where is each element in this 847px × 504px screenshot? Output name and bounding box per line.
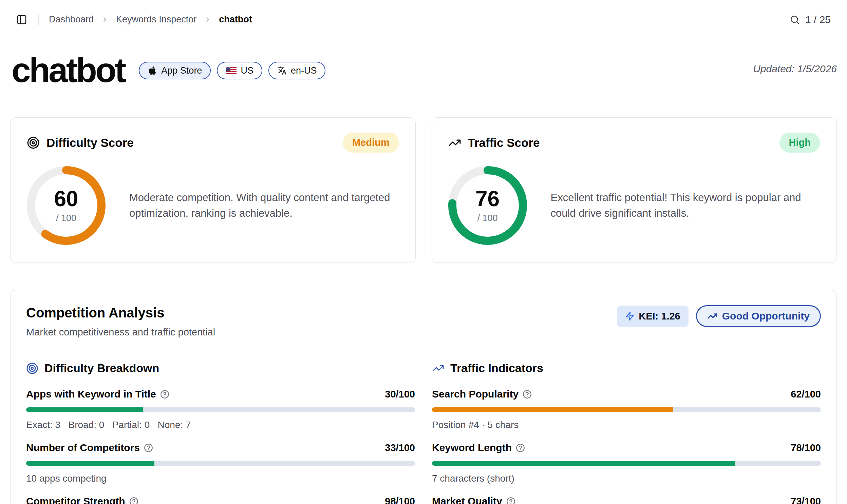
difficulty-level-badge: Medium (343, 132, 399, 152)
trending-up-icon (432, 362, 444, 375)
apple-icon (147, 66, 157, 75)
metric-value: 62/100 (791, 389, 821, 400)
score-denominator: / 100 (56, 213, 76, 223)
kei-label: KEI: 1.26 (639, 311, 681, 322)
pager-counter: 1 / 25 (805, 14, 831, 25)
progress-bar (26, 461, 415, 466)
store-badge-label: App Store (161, 66, 202, 76)
difficulty-breakdown-column: Difficulty Breakdown Apps with Keyword i… (26, 362, 415, 504)
section-subtitle: Market competitiveness and traffic poten… (26, 327, 215, 338)
panel-left-icon (16, 14, 27, 25)
search-icon[interactable] (790, 15, 800, 25)
opportunity-badge[interactable]: Good Opportunity (696, 305, 821, 327)
breadcrumb-current-keyword: chatbot (219, 14, 252, 25)
sidebar-toggle-button[interactable] (16, 14, 28, 25)
metric-label: Market Quality (432, 496, 502, 504)
score-cards-row: Difficulty Score Medium 60 / 100 Moderat… (10, 118, 837, 263)
metric-label: Competitor Strength (26, 496, 125, 504)
us-flag-icon (226, 67, 236, 74)
difficulty-score-card: Difficulty Score Medium 60 / 100 Moderat… (10, 118, 416, 263)
metric-number-of-competitors: Number of Competitors 33/100 10 apps com… (26, 442, 415, 484)
metric-value: 73/100 (791, 496, 821, 504)
help-circle-icon[interactable] (129, 497, 139, 504)
opportunity-label: Good Opportunity (722, 310, 810, 322)
country-badge[interactable]: US (217, 62, 262, 79)
traffic-description: Excellent traffic potential! This keywor… (551, 190, 819, 221)
target-icon (27, 136, 40, 149)
metric-market-quality: Market Quality 73/100 (432, 496, 821, 504)
store-badge[interactable]: App Store (139, 62, 211, 79)
trending-up-icon (707, 311, 717, 321)
target-icon (26, 362, 38, 375)
metric-competitor-strength: Competitor Strength 98/100 (26, 496, 415, 504)
zap-icon (625, 311, 635, 321)
column-title: Traffic Indicators (450, 362, 543, 375)
breadcrumb-dashboard[interactable]: Dashboard (49, 14, 94, 25)
progress-bar (26, 407, 415, 412)
metric-subtext: Exact: 3 Broad: 0 Partial: 0 None: 7 (26, 419, 415, 430)
metric-label: Keyword Length (432, 442, 512, 453)
score-denominator: / 100 (477, 213, 497, 223)
help-circle-icon[interactable] (523, 390, 532, 399)
metric-label: Search Popularity (432, 388, 518, 400)
traffic-level-badge: High (779, 132, 820, 152)
metric-value: 98/100 (385, 496, 415, 504)
breadcrumb-keywords-inspector[interactable]: Keywords Inspector (116, 14, 196, 25)
country-badge-label: US (241, 66, 253, 76)
metric-search-popularity: Search Popularity 62/100 Position #4 · 5… (432, 388, 821, 430)
metric-label: Apps with Keyword in Title (26, 388, 156, 400)
metric-apps-with-keyword: Apps with Keyword in Title 30/100 Exact:… (26, 388, 415, 430)
chevron-right-icon (101, 16, 109, 23)
metric-label: Number of Competitors (26, 442, 140, 453)
help-circle-icon[interactable] (506, 497, 515, 504)
difficulty-description: Moderate competition. With quality conte… (129, 190, 398, 221)
kei-badge: KEI: 1.26 (617, 306, 689, 327)
language-badge-label: en-US (291, 66, 317, 76)
card-title: Traffic Score (468, 136, 540, 149)
help-circle-icon[interactable] (516, 443, 525, 452)
progress-bar (432, 407, 821, 412)
traffic-score-value: 76 (475, 188, 499, 210)
traffic-indicators-column: Traffic Indicators Search Popularity 62/… (432, 362, 821, 504)
divider (38, 15, 39, 25)
card-title: Difficulty Score (47, 136, 134, 149)
metric-value: 30/100 (385, 389, 415, 400)
page-title: chatbot (12, 53, 125, 88)
keyword-pager: 1 / 25 (790, 14, 831, 25)
updated-timestamp: Updated: 1/5/2026 (753, 63, 837, 75)
metric-value: 78/100 (791, 442, 821, 453)
language-badge[interactable]: en-US (268, 62, 326, 79)
keyword-badge-strip: App Store US en-US (139, 62, 325, 79)
translate-icon (277, 66, 287, 75)
column-title: Difficulty Breakdown (45, 362, 159, 375)
metric-value: 33/100 (385, 442, 415, 453)
difficulty-score-value: 60 (54, 188, 78, 210)
keyword-header: chatbot App Store US en-US Updated: 1/5/… (10, 53, 837, 88)
chevron-right-icon (204, 16, 211, 23)
section-title: Competition Analysis (26, 305, 215, 321)
breadcrumb: Dashboard Keywords Inspector chatbot (49, 14, 252, 25)
trending-up-icon (448, 136, 461, 149)
traffic-gauge: 76 / 100 (448, 166, 527, 245)
metric-subtext: Position #4 · 5 chars (432, 419, 821, 430)
traffic-score-card: Traffic Score High 76 / 100 Excellent tr… (431, 118, 837, 263)
top-bar: Dashboard Keywords Inspector chatbot 1 /… (0, 0, 847, 39)
help-circle-icon[interactable] (160, 390, 169, 399)
help-circle-icon[interactable] (144, 443, 153, 452)
competition-analysis-card: Competition Analysis Market competitiven… (10, 290, 837, 504)
difficulty-gauge: 60 / 100 (27, 166, 106, 245)
metric-subtext: 10 apps competing (26, 473, 415, 484)
metric-keyword-length: Keyword Length 78/100 7 characters (shor… (432, 442, 821, 484)
metric-subtext: 7 characters (short) (432, 473, 821, 484)
progress-bar (432, 461, 821, 466)
